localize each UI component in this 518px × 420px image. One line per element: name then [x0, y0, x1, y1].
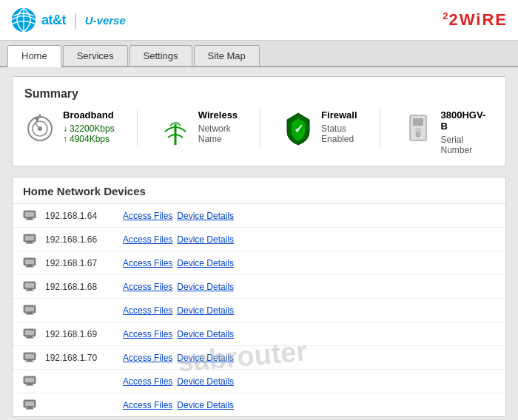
table-row: Access FilesDevice Details [13, 299, 505, 322]
device-details-link[interactable]: Device Details [177, 282, 234, 292]
down-arrow-icon: ↓ [63, 123, 67, 134]
svg-rect-49 [27, 407, 32, 408]
device-links: Access FilesDevice Details [123, 329, 234, 339]
tab-settings[interactable]: Settings [130, 45, 192, 66]
device-ip: 192.168.1.69 [45, 329, 115, 339]
svg-point-12 [416, 132, 420, 137]
device-ip: 192.168.1.67 [45, 258, 115, 268]
firewall-enabled-label: Enabled [321, 134, 357, 144]
device-details-link[interactable]: Device Details [177, 376, 234, 387]
wireless-title: Wireless [198, 109, 238, 121]
svg-rect-40 [25, 354, 34, 359]
device-details-link[interactable]: Device Details [177, 329, 234, 339]
device-model-info: 3800HGV-B Serial Number [441, 109, 486, 155]
device-ip: 192.168.1.64 [45, 211, 115, 221]
broadband-icon [24, 109, 56, 146]
svg-rect-22 [26, 243, 33, 244]
firewall-status-label: Status [321, 123, 357, 134]
device-links: Access FilesDevice Details [123, 353, 234, 363]
svg-rect-24 [25, 260, 34, 264]
access-files-link[interactable]: Access Files [123, 211, 172, 221]
access-files-link[interactable]: Access Files [123, 234, 172, 245]
header: at&t | U-verse 22WiRE [0, 0, 518, 41]
device-links: Access FilesDevice Details [123, 305, 234, 316]
summary-title: Summary [24, 87, 494, 101]
svg-rect-21 [27, 241, 32, 243]
device-details-link[interactable]: Device Details [177, 211, 234, 221]
att-logo: at&t | U-verse [10, 7, 126, 33]
tab-services[interactable]: Services [63, 45, 128, 66]
access-files-link[interactable]: Access Files [123, 329, 172, 339]
svg-rect-50 [26, 408, 33, 410]
devices-list: 192.168.1.64Access FilesDevice Details 1… [13, 204, 505, 416]
device-links: Access FilesDevice Details [123, 282, 234, 292]
broadband-info: Broadband ↓ 32200Kbps ↑ 4904Kbps [63, 109, 115, 144]
tab-home[interactable]: Home [7, 45, 61, 67]
wireless-network-label: Network [198, 123, 238, 134]
product-name: U-verse [85, 14, 126, 27]
svg-rect-30 [26, 290, 33, 291]
broadband-down: ↓ 32200Kbps [63, 123, 115, 134]
table-row: 192.168.1.69Access FilesDevice Details [13, 322, 505, 346]
table-row: Access FilesDevice Details [13, 370, 505, 393]
svg-rect-37 [27, 336, 32, 337]
device-details-link[interactable]: Device Details [177, 353, 234, 363]
device-nic-icon [23, 326, 38, 342]
device-icon [403, 109, 434, 146]
device-model-title: 3800HGV-B [441, 109, 486, 132]
broadband-title: Broadband [63, 109, 115, 121]
device-nic-icon [23, 208, 38, 223]
summary-device: 3800HGV-B Serial Number [403, 109, 508, 155]
device-nic-icon [23, 279, 38, 294]
device-links: Access FilesDevice Details [123, 234, 234, 245]
device-details-link[interactable]: Device Details [177, 258, 234, 268]
wireless-name-label: Name [198, 134, 238, 144]
table-row: 192.168.1.67Access FilesDevice Details [13, 251, 505, 275]
svg-rect-33 [27, 312, 32, 314]
svg-rect-34 [26, 314, 33, 315]
device-links: Access FilesDevice Details [123, 258, 234, 268]
svg-rect-32 [25, 307, 34, 311]
att-globe-icon [10, 7, 37, 33]
serial-label: Serial [441, 135, 486, 145]
device-nic-icon [23, 350, 38, 365]
device-nic-icon [23, 255, 38, 271]
access-files-link[interactable]: Access Files [123, 258, 172, 268]
svg-rect-25 [27, 265, 32, 266]
access-files-link[interactable]: Access Files [123, 376, 172, 387]
device-details-link[interactable]: Device Details [177, 234, 234, 245]
svg-rect-38 [26, 337, 33, 339]
2wire-logo: 22WiRE [443, 10, 508, 30]
device-links: Access FilesDevice Details [123, 211, 234, 221]
table-row: 192.168.1.68Access FilesDevice Details [13, 275, 505, 299]
table-row: 192.168.1.64Access FilesDevice Details [13, 204, 505, 228]
summary-firewall: ✓ Firewall Status Enabled [283, 109, 380, 146]
svg-rect-45 [27, 383, 32, 385]
summary-items: Broadband ↓ 32200Kbps ↑ 4904Kbps [24, 109, 494, 155]
table-row: 192.168.1.66Access FilesDevice Details [13, 228, 505, 251]
access-files-link[interactable]: Access Files [123, 282, 172, 292]
table-row: 192.168.1.70Access FilesDevice Details [13, 346, 505, 370]
separator: | [73, 10, 78, 30]
svg-rect-20 [25, 236, 34, 240]
device-links: Access FilesDevice Details [123, 400, 234, 410]
svg-rect-42 [26, 361, 33, 362]
access-files-link[interactable]: Access Files [123, 353, 172, 363]
device-nic-icon [23, 373, 38, 389]
firewall-title: Firewall [321, 109, 357, 121]
number-label: Number [441, 145, 486, 155]
svg-rect-36 [25, 331, 34, 335]
access-files-link[interactable]: Access Files [123, 400, 172, 410]
device-links: Access FilesDevice Details [123, 376, 234, 387]
summary-broadband: Broadband ↓ 32200Kbps ↑ 4904Kbps [24, 109, 138, 146]
access-files-link[interactable]: Access Files [123, 305, 172, 316]
tab-sitemap[interactable]: Site Map [194, 45, 260, 66]
device-ip: 192.168.1.68 [45, 282, 115, 292]
table-row: Access FilesDevice Details [13, 393, 505, 416]
broadband-up: ↑ 4904Kbps [63, 134, 115, 144]
devices-title: Home Network Devices [13, 177, 505, 204]
device-details-link[interactable]: Device Details [177, 400, 234, 410]
svg-rect-26 [26, 266, 33, 268]
svg-text:✓: ✓ [294, 123, 303, 135]
device-details-link[interactable]: Device Details [177, 305, 234, 316]
